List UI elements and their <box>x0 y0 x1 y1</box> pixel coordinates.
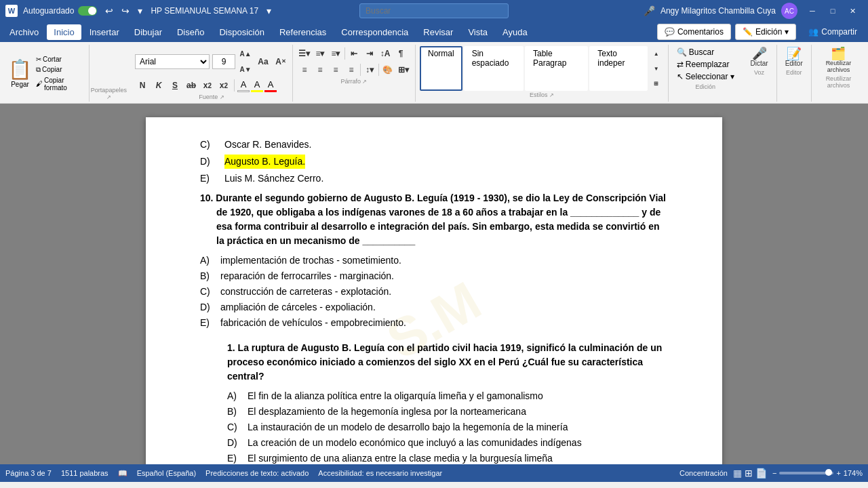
underline-button[interactable]: S <box>167 78 182 93</box>
multilevel-button[interactable]: ≡▾ <box>328 46 343 61</box>
editor-group-ribbon: 📝 Editor Editor <box>777 45 812 102</box>
line-spacing-button[interactable]: ↕▾ <box>362 62 377 77</box>
align-left-button[interactable]: ≡ <box>297 62 312 77</box>
borders-button[interactable]: ⊞▾ <box>396 62 411 77</box>
menu-archivo[interactable]: Archivo <box>3 24 45 40</box>
print-layout-button[interactable]: ▦ <box>733 468 742 479</box>
search-input[interactable] <box>359 3 509 18</box>
title-bar-left: W Autoguardado ↩ ↪ ▾ HP SEMIANUAL SEMANA… <box>5 4 291 18</box>
style-normal[interactable]: Normal <box>420 46 462 91</box>
customize-button[interactable]: ▾ <box>135 4 145 18</box>
menu-correspondencia[interactable]: Correspondencia <box>334 24 415 40</box>
seleccionar-button[interactable]: ↖ Seleccionar ▾ <box>673 70 738 83</box>
font-grow-button[interactable]: A▲ <box>238 46 253 61</box>
close-button[interactable]: ✕ <box>844 4 863 18</box>
menu-insertar[interactable]: Insertar <box>83 24 126 40</box>
edicion-label: Edición <box>673 83 738 90</box>
numbering-button[interactable]: ≡▾ <box>313 46 328 61</box>
font-family-select[interactable]: Arial <box>135 54 210 69</box>
align-center-button[interactable]: ≡ <box>313 62 328 77</box>
menu-disposicion[interactable]: Disposición <box>212 24 271 40</box>
option-item: D)ampliación de cárceles - expoliación. <box>200 300 668 314</box>
increase-indent-button[interactable]: ⇥ <box>362 46 377 61</box>
font-color-button[interactable]: A <box>264 79 277 92</box>
styles-down-button[interactable]: ▼ <box>649 61 664 76</box>
autosave-toggle[interactable] <box>78 6 97 16</box>
menu-dibujar[interactable]: Dibujar <box>127 24 169 40</box>
styles-expand-button[interactable]: ⊞ <box>649 76 664 91</box>
change-case-button[interactable]: Aa <box>256 54 271 69</box>
editor-icon: 📝 <box>787 47 802 60</box>
bullets-button[interactable]: ☰▾ <box>297 46 312 61</box>
user-avatar[interactable]: AC <box>781 3 797 19</box>
restore-button[interactable]: □ <box>823 4 842 18</box>
superscript-button[interactable]: x2 <box>216 78 231 93</box>
pincel-button[interactable]: 🖌 Copiar formato <box>35 76 83 92</box>
bold-button[interactable]: N <box>135 78 150 93</box>
text-predictions[interactable]: Predicciones de texto: activado <box>205 469 309 478</box>
voz-label: Voz <box>754 68 764 76</box>
highlight-color-button[interactable]: A <box>251 79 263 92</box>
style-texto-independiente[interactable]: Texto indeper <box>589 46 647 91</box>
menu-bar: Archivo Inicio Insertar Dibujar Diseño D… <box>0 22 868 42</box>
accessibility-status[interactable]: Accesibilidad: es necesario investigar <box>318 469 442 478</box>
comentarios-icon: 💬 <box>665 27 675 37</box>
strikethrough-button[interactable]: ab <box>184 78 199 93</box>
zoom-level[interactable]: 174% <box>844 469 863 477</box>
reading-mode-button[interactable]: 📄 <box>755 468 767 479</box>
zoom-bar: − + 174% <box>772 469 863 477</box>
editor-button[interactable]: 📝 Editor <box>781 46 807 68</box>
menu-revisar[interactable]: Revisar <box>416 24 460 40</box>
align-right-button[interactable]: ≡ <box>328 62 343 77</box>
comentarios-button[interactable]: 💬 Comentarios <box>657 24 731 40</box>
subscript-button[interactable]: x2 <box>200 78 215 93</box>
doc-dropdown[interactable]: ▾ <box>264 4 274 18</box>
styles-up-button[interactable]: ▲ <box>649 46 664 61</box>
justify-button[interactable]: ≡ <box>344 62 359 77</box>
zoom-slider[interactable] <box>779 472 833 474</box>
parrafo-label: Párrafo ↗ <box>297 77 411 85</box>
menu-vista[interactable]: Vista <box>461 24 494 40</box>
menu-ayuda[interactable]: Ayuda <box>496 24 534 40</box>
language-indicator[interactable]: Español (España) <box>137 469 196 478</box>
reemplazar-button[interactable]: ⇄ Reemplazar <box>673 58 738 70</box>
document-content[interactable]: C) Oscar R. Benavides. D) Augusto B. Leg… <box>200 138 668 464</box>
compartir-button[interactable]: 👥 Compartir <box>800 24 865 39</box>
focus-mode[interactable]: Concentración <box>679 469 728 477</box>
menu-inicio[interactable]: Inicio <box>47 24 81 40</box>
italic-button[interactable]: K <box>151 78 166 93</box>
shading-button[interactable]: 🎨 <box>380 62 395 77</box>
show-marks-button[interactable]: ¶ <box>393 46 408 61</box>
window-controls: ─ □ ✕ <box>803 4 863 18</box>
clear-format-button[interactable]: A✕ <box>273 54 288 69</box>
zoom-out-button[interactable]: − <box>772 469 776 477</box>
page-info: Página 3 de 7 <box>5 469 52 478</box>
copiar-button[interactable]: ⧉ Copiar <box>35 65 83 75</box>
question-10: 10. Durante el segundo gobierno de Augus… <box>200 191 668 330</box>
question-1: 1. La ruptura de Augusto B. Leguía con e… <box>200 341 668 464</box>
web-layout-button[interactable]: ⊞ <box>745 468 753 479</box>
reutilizar-button[interactable]: 🗂️ Reutilizar archivos <box>816 46 861 75</box>
menu-referencias[interactable]: Referencias <box>273 24 333 40</box>
font-shrink-button[interactable]: A▼ <box>238 62 253 77</box>
pegar-button[interactable]: 📋 Pegar <box>8 58 32 88</box>
zoom-in-button[interactable]: + <box>836 469 840 477</box>
minimize-button[interactable]: ─ <box>803 4 822 18</box>
style-table-paragraph[interactable]: Table Paragrap <box>525 46 588 91</box>
style-sin-espaciado[interactable]: Sin espaciado <box>464 46 524 91</box>
dictar-button[interactable]: 🎤 Dictar <box>747 46 772 68</box>
undo-button[interactable]: ↩ <box>102 4 116 18</box>
sort-button[interactable]: ↕A <box>378 46 393 61</box>
text-effects-button[interactable]: A <box>237 79 250 92</box>
edicion-button[interactable]: ✏️ Edición ▾ <box>735 24 796 40</box>
microphone-icon[interactable]: 🎤 <box>644 5 655 16</box>
portapapeles-group: 📋 Pegar ✂ Cortar ⧉ Copiar 🖌 Copiar forma… <box>3 45 90 102</box>
cortar-button[interactable]: ✂ Cortar <box>35 55 83 64</box>
autosave-indicator: Autoguardado <box>23 6 97 16</box>
decrease-indent-button[interactable]: ⇤ <box>347 46 361 61</box>
menu-diseño[interactable]: Diseño <box>170 24 211 40</box>
redo-button[interactable]: ↪ <box>119 4 132 18</box>
font-size-input[interactable] <box>212 54 235 69</box>
question-1-options: A)El fin de la alianza política entre la… <box>200 389 668 464</box>
buscar-button[interactable]: 🔍 Buscar <box>673 46 738 58</box>
